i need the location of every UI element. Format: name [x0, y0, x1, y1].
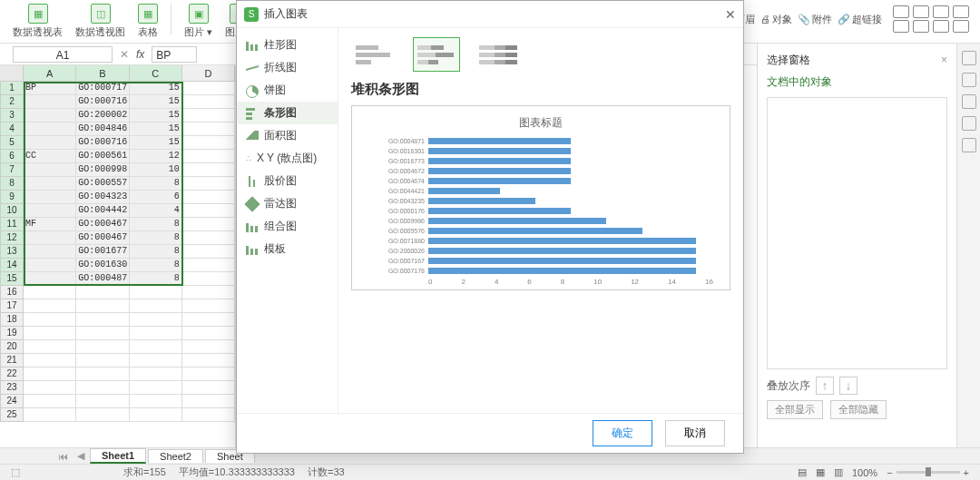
cell[interactable]: 8	[130, 177, 182, 191]
cell[interactable]	[182, 231, 235, 245]
cell[interactable]	[182, 177, 235, 191]
cell[interactable]	[182, 408, 235, 422]
cell[interactable]: CC	[24, 150, 76, 163]
category-条形图[interactable]: 条形图	[237, 102, 338, 124]
equation-icon[interactable]	[893, 20, 909, 33]
cell[interactable]	[76, 408, 129, 422]
cell[interactable]: GO:000561	[76, 150, 129, 163]
view-page-icon[interactable]: ▦	[816, 466, 825, 478]
cell[interactable]	[182, 136, 235, 150]
category-组合图[interactable]: 组合图	[237, 215, 338, 238]
panel-object-list[interactable]	[767, 97, 947, 369]
row-header[interactable]: 7	[0, 163, 24, 177]
tab-nav-prev[interactable]: ◀	[74, 450, 88, 462]
cell[interactable]	[76, 395, 129, 408]
strip-icon-2[interactable]	[962, 73, 976, 87]
cell[interactable]: BP	[24, 82, 76, 95]
cell[interactable]	[76, 313, 129, 327]
row-header[interactable]: 3	[0, 109, 24, 122]
row-header[interactable]: 18	[0, 313, 24, 327]
attachment-button[interactable]: 📎 附件	[798, 13, 832, 26]
pivot-chart-button[interactable]: ◫ 数据透视图	[72, 4, 129, 39]
pivot-table-button[interactable]: ▦ 数据透视表	[9, 4, 66, 39]
cell[interactable]	[130, 286, 182, 299]
cell[interactable]: 12	[130, 150, 182, 163]
view-normal-icon[interactable]: ▤	[798, 466, 807, 478]
picture-button[interactable]: ▣ 图片 ▾	[181, 4, 216, 39]
object-button[interactable]: 🖨 对象	[760, 13, 792, 26]
cell[interactable]: 15	[130, 109, 182, 122]
row-header[interactable]: 17	[0, 299, 24, 313]
cell[interactable]	[76, 340, 129, 354]
cell[interactable]	[24, 286, 76, 299]
cell[interactable]: 8	[130, 272, 182, 286]
zoom-value[interactable]: 100%	[852, 467, 877, 478]
view-break-icon[interactable]: ▥	[834, 466, 843, 478]
cancel-formula-icon[interactable]: ✕	[120, 48, 129, 61]
cell[interactable]	[24, 367, 76, 381]
cell[interactable]	[24, 231, 76, 245]
row-header[interactable]: 9	[0, 191, 24, 204]
row-header[interactable]: 20	[0, 340, 24, 354]
cell[interactable]: GO:001630	[76, 259, 129, 272]
fx-icon[interactable]: fx	[136, 48, 144, 61]
category-X Y (散点图)[interactable]: ∴X Y (散点图)	[237, 147, 338, 170]
cell[interactable]	[24, 245, 76, 259]
cell[interactable]	[76, 367, 129, 381]
sheet-tab-2[interactable]: Sheet2	[148, 449, 203, 463]
subtype-100-stacked-bar[interactable]	[475, 37, 522, 72]
cell[interactable]: GO:001677	[76, 245, 129, 259]
cell[interactable]	[24, 313, 76, 327]
col-header-C[interactable]: C	[130, 65, 182, 81]
cell[interactable]	[24, 354, 76, 367]
cell[interactable]	[24, 327, 76, 340]
cell[interactable]	[24, 204, 76, 218]
row-header[interactable]: 10	[0, 204, 24, 218]
strip-icon-1[interactable]	[962, 51, 976, 65]
cell[interactable]	[182, 82, 235, 95]
category-模板[interactable]: 模板	[237, 238, 338, 260]
bring-forward-button[interactable]: ↑	[816, 377, 834, 395]
category-折线图[interactable]: 折线图	[237, 56, 338, 79]
cell[interactable]	[24, 163, 76, 177]
textbox-icon[interactable]	[893, 5, 909, 18]
cell[interactable]: GO:000487	[76, 272, 129, 286]
category-饼图[interactable]: 饼图	[237, 79, 338, 102]
cell[interactable]	[182, 95, 235, 109]
cell[interactable]	[130, 408, 182, 422]
cell[interactable]: GO:004442	[76, 204, 129, 218]
cell[interactable]	[76, 286, 129, 299]
cell[interactable]	[130, 313, 182, 327]
cell[interactable]	[182, 340, 235, 354]
cell[interactable]: GO:000557	[76, 177, 129, 191]
cell[interactable]: 15	[130, 95, 182, 109]
cell[interactable]: GO:004846	[76, 122, 129, 136]
header-footer-icon[interactable]	[913, 5, 929, 18]
name-box[interactable]: A1	[13, 46, 113, 63]
subtype-stacked-bar[interactable]	[413, 37, 460, 72]
category-股价图[interactable]: 股价图	[237, 170, 338, 192]
row-header[interactable]: 1	[0, 82, 24, 95]
cell[interactable]: GO:000716	[76, 136, 129, 150]
cell[interactable]	[130, 354, 182, 367]
send-backward-button[interactable]: ↓	[839, 377, 858, 395]
category-面积图[interactable]: 面积图	[237, 124, 338, 147]
row-header[interactable]: 11	[0, 218, 24, 231]
chart-preview[interactable]: 图表标题 GO:0004871 GO:0016301 GO:0016773 GO…	[351, 105, 730, 290]
cell[interactable]	[182, 313, 235, 327]
cell[interactable]: 8	[130, 259, 182, 272]
col-header-D[interactable]: D	[182, 65, 235, 81]
cell[interactable]	[182, 150, 235, 163]
cell[interactable]	[182, 259, 235, 272]
cell[interactable]	[24, 272, 76, 286]
cell[interactable]: GO:200002	[76, 109, 129, 122]
cell[interactable]	[182, 327, 235, 340]
cell[interactable]	[24, 395, 76, 408]
cell[interactable]	[24, 177, 76, 191]
dialog-close-icon[interactable]: ✕	[725, 7, 736, 22]
cell[interactable]	[24, 95, 76, 109]
cell[interactable]	[76, 354, 129, 367]
row-header[interactable]: 21	[0, 354, 24, 367]
col-header-A[interactable]: A	[24, 65, 76, 81]
category-雷达图[interactable]: 雷达图	[237, 192, 338, 215]
